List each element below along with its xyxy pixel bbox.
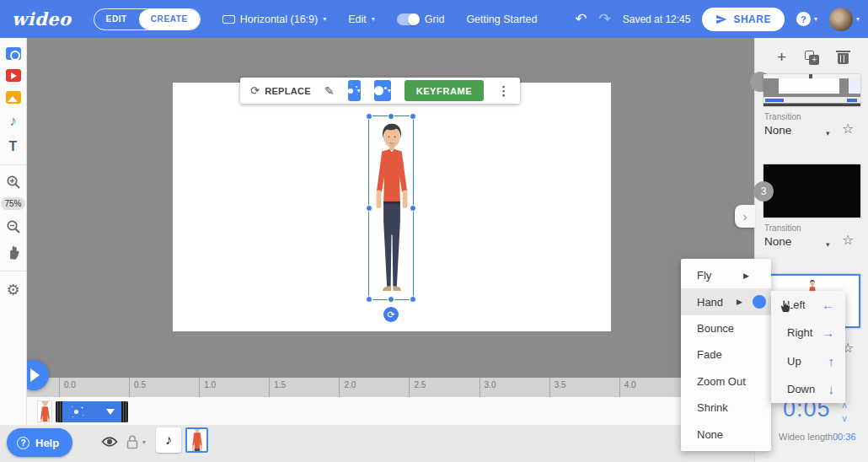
- mode-create-segment[interactable]: CREATE: [139, 9, 200, 30]
- share-label: SHARE: [733, 13, 771, 25]
- chevron-down-icon[interactable]: ▾: [826, 240, 830, 249]
- send-icon: [715, 13, 727, 25]
- objects-tool-button[interactable]: [6, 47, 21, 60]
- grid-toggle-group: Grid: [397, 13, 445, 25]
- edit-pencil-icon[interactable]: ✎: [324, 84, 335, 98]
- resize-handle[interactable]: [410, 205, 416, 212]
- chevron-down-icon: ▾: [814, 15, 817, 23]
- duration-step-down[interactable]: ∨: [841, 414, 848, 422]
- timeline-ruler[interactable]: 0.0 0.5 1.0 1.5 2.0 2.5 3.0 3.5 4.0: [27, 378, 754, 397]
- selected-object-track-thumbnail[interactable]: [185, 427, 208, 453]
- arrow-right-icon: →: [822, 325, 834, 340]
- delete-slide-button[interactable]: [838, 51, 849, 64]
- redo-icon[interactable]: ↷: [598, 10, 610, 28]
- menu-item-bounce[interactable]: Bounce: [681, 315, 771, 341]
- resize-handle[interactable]: [366, 205, 372, 212]
- clip-trim-handle-right[interactable]: [121, 401, 128, 422]
- bottom-bar: ? Help ▾ ♪: [0, 425, 754, 462]
- menu-item-none[interactable]: None: [681, 422, 771, 448]
- zoom-level-badge[interactable]: 75%: [1, 197, 24, 210]
- resize-handle[interactable]: [410, 296, 416, 303]
- slide-2-preview: [764, 74, 860, 106]
- audio-track-button[interactable]: ♪: [156, 427, 181, 453]
- wideo-logo[interactable]: wideo: [12, 8, 72, 30]
- chevron-down-icon[interactable]: ▾: [142, 438, 146, 446]
- rotate-handle[interactable]: ⟳: [383, 307, 399, 322]
- exit-animation-dropdown[interactable]: ▾: [374, 80, 391, 101]
- edit-menu[interactable]: Edit ▾: [348, 13, 375, 25]
- transition-dropdown[interactable]: None: [764, 235, 791, 248]
- music-tool-button[interactable]: ♪: [9, 113, 17, 130]
- submenu-item-right[interactable]: Right →: [771, 319, 845, 346]
- duplicate-plus-icon: +: [809, 55, 819, 65]
- pan-tool-button[interactable]: [5, 244, 21, 261]
- menu-item-shrink[interactable]: Shrink: [681, 395, 771, 421]
- transition-label: Transition: [764, 223, 801, 233]
- grid-toggle-knob: [408, 13, 420, 25]
- top-navbar: wideo EDIT CREATE Horizontal (16:9) ▾ Ed…: [0, 0, 868, 38]
- replace-button[interactable]: ⟳ REPLACE: [250, 84, 311, 97]
- ruler-tick: 4.0: [619, 378, 689, 397]
- person-character[interactable]: [369, 116, 415, 300]
- duplicate-slide-button[interactable]: +: [805, 51, 819, 65]
- menu-item-zoom-out[interactable]: Zoom Out: [681, 368, 771, 395]
- mode-edit-segment[interactable]: EDIT: [94, 9, 139, 30]
- undo-icon[interactable]: ↶: [575, 10, 587, 28]
- submenu-item-left[interactable]: Left ←: [771, 291, 845, 319]
- resize-handle[interactable]: [366, 296, 372, 303]
- ruler-tick: 3.0: [480, 378, 549, 397]
- grid-toggle[interactable]: [397, 13, 420, 25]
- aspect-ratio-dropdown[interactable]: Horizontal (16:9) ▾: [222, 13, 326, 25]
- track-object-thumbnail[interactable]: [37, 400, 52, 422]
- entrance-animation-dropdown[interactable]: ▾: [348, 80, 361, 101]
- clip-trim-handle-left[interactable]: [56, 401, 62, 422]
- video-stage[interactable]: ⟳: [173, 83, 611, 331]
- settings-button[interactable]: ⚙: [6, 281, 19, 299]
- zoom-out-button[interactable]: [6, 219, 21, 234]
- panel-collapse-tab[interactable]: ›: [735, 205, 755, 228]
- timeline-track[interactable]: [27, 397, 754, 425]
- resize-handle[interactable]: [410, 113, 416, 120]
- question-icon: ?: [796, 12, 811, 26]
- zoom-in-button[interactable]: [6, 175, 21, 190]
- account-menu[interactable]: ▾: [829, 8, 860, 31]
- chevron-right-icon: ›: [743, 210, 747, 223]
- selected-object-bounding-box[interactable]: ⟳: [368, 116, 414, 300]
- video-tool-button[interactable]: [6, 69, 21, 82]
- keyframe-button[interactable]: KEYFRAME: [405, 80, 485, 101]
- slide-thumbnail-3[interactable]: [764, 164, 860, 218]
- visibility-eye-icon[interactable]: [101, 436, 118, 448]
- menu-item-fly[interactable]: Fly ▶: [681, 262, 771, 288]
- star-icon[interactable]: ☆: [842, 232, 854, 248]
- chevron-down-icon[interactable]: ▾: [826, 129, 830, 137]
- grid-label: Grid: [425, 13, 445, 25]
- canvas-workspace[interactable]: ⟳ ⟳ REPLACE ✎ ▾ ▾ KEYFRAME ⋮: [27, 38, 754, 378]
- direction-submenu: Left ← Right → Up ↑ Down ↓: [771, 291, 845, 403]
- resize-handle[interactable]: [388, 113, 394, 120]
- help-menu[interactable]: ? ▾: [796, 12, 817, 26]
- person-character-thumbnail: [190, 427, 205, 453]
- add-slide-button[interactable]: +: [777, 50, 786, 65]
- edit-create-toggle[interactable]: EDIT CREATE: [94, 8, 201, 30]
- ruler-tick: 0.5: [129, 378, 199, 397]
- animation-clip[interactable]: [56, 401, 128, 422]
- resize-handle[interactable]: [388, 296, 394, 303]
- image-tool-button[interactable]: [6, 91, 21, 104]
- text-tool-button[interactable]: T: [9, 139, 18, 154]
- star-icon[interactable]: ☆: [842, 121, 854, 137]
- submenu-item-up[interactable]: Up ↑: [771, 347, 845, 375]
- menu-item-fade[interactable]: Fade: [681, 341, 771, 368]
- aspect-ratio-icon: [222, 15, 235, 24]
- menu-item-hand[interactable]: Hand ▶: [681, 288, 771, 314]
- slide-thumbnail-2[interactable]: [764, 74, 860, 106]
- more-options-kebab-icon[interactable]: ⋮: [497, 83, 510, 99]
- submenu-item-down[interactable]: Down ↓: [771, 375, 845, 403]
- help-button[interactable]: ? Help: [7, 428, 72, 457]
- wideo-editor-app: wideo EDIT CREATE Horizontal (16:9) ▾ Ed…: [0, 0, 868, 462]
- getting-started-link[interactable]: Getting Started: [466, 13, 537, 25]
- transition-dropdown[interactable]: None: [764, 124, 791, 137]
- resize-handle[interactable]: [366, 113, 372, 120]
- share-button[interactable]: SHARE: [702, 8, 785, 31]
- lock-icon[interactable]: [125, 434, 140, 449]
- chevron-down-icon: ▾: [388, 87, 391, 94]
